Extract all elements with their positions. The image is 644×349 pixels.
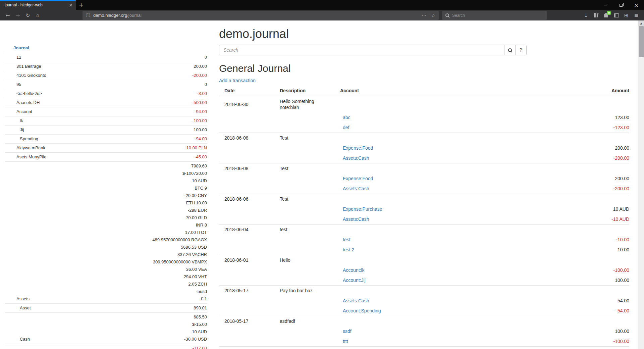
browser-toolbar: ← → ↻ ⌂ ⓘ demo.hledger.org /journal ⋯ ☆ … (0, 10, 644, 20)
sidebar-account-link[interactable]: Aaasets:DH (16, 99, 40, 106)
new-tab-button[interactable]: + (76, 0, 87, 10)
sidebar-account-row[interactable]: -94.00 Account (5, 107, 207, 116)
scrollbar-thumb[interactable] (639, 26, 644, 57)
transaction-row[interactable]: 2018-06-04 test (219, 225, 629, 235)
transaction-row[interactable]: 2018-05-17 asdfadf (219, 316, 629, 327)
transaction-description: asdfadf (274, 316, 335, 327)
forward-button[interactable]: → (13, 11, 23, 20)
search-button[interactable] (504, 45, 516, 55)
menu-button[interactable]: ≡ (631, 11, 641, 20)
transaction-description: test (274, 225, 335, 235)
posting-account-link[interactable]: def (343, 125, 349, 130)
sidebar-account-row[interactable]: -200.00 4101 Girokonto (5, 71, 207, 80)
posting-account-link[interactable]: Assets:Cash (343, 216, 369, 222)
posting-account-link[interactable]: test 2 (343, 247, 354, 252)
sidebar-account-row[interactable]: -94.00 Spending (5, 134, 207, 143)
sidebar-account-link[interactable]: Asets:MunyPile (16, 153, 47, 161)
posting-amount: -123.00 (555, 122, 629, 133)
transaction-row[interactable]: 2018-06-08 Test (219, 163, 629, 174)
sidebar-account-link[interactable]: Assets (16, 295, 30, 303)
posting-account-link[interactable]: Assets:Cash (343, 155, 369, 161)
section-title: General Journal (219, 63, 629, 74)
posting-account-link[interactable]: Account:Jij (343, 278, 366, 283)
library-button[interactable] (591, 11, 601, 20)
account-balances: 7989.60$-100720.00-10 AUDBTC 9-20.00 CNY… (5, 162, 207, 303)
posting-account-link[interactable]: Expense:Food (343, 176, 373, 181)
sidebar-account-row[interactable]: 0 95 (5, 80, 207, 89)
sidebar-account-link[interactable]: <u>hello</u> (16, 90, 42, 97)
page-viewport: Journal 0 12 200.00 301 Beiträge -200.00… (0, 20, 644, 349)
sidebar-account-row[interactable]: 0 12 (5, 53, 207, 62)
sidebar-account-link[interactable]: Cash (20, 336, 30, 343)
transaction-description: Hello Something note:blah (274, 96, 335, 112)
sidebar-account-row[interactable]: -500.00 Aaasets:DH (5, 98, 207, 107)
active-tab-accent (0, 0, 76, 1)
transaction-row[interactable]: 2018-05-17 Test (219, 347, 629, 349)
page-actions-icon[interactable]: ⋯ (422, 13, 426, 18)
posting-account-link[interactable]: test (343, 237, 351, 242)
posting-account-link[interactable]: Account:lk (343, 267, 365, 273)
sidebar-account-row[interactable]: -10.00 PLN Aktywa:mBank (5, 143, 207, 152)
sidebar-account-link[interactable]: Spending (20, 135, 38, 143)
posting-account-link[interactable]: tttt (343, 339, 348, 344)
page-scrollbar[interactable]: ▲ (638, 20, 644, 349)
posting-account-link[interactable]: Account:Spending (343, 308, 381, 313)
sidebar-account-row[interactable]: 200.00 301 Beiträge (5, 62, 207, 71)
sidebar-account-row[interactable]: 685.50$-15.00-10 AUD-30.00 USD Cash (5, 312, 207, 344)
url-bar[interactable]: ⓘ demo.hledger.org /journal ⋯ ☆ (83, 11, 439, 20)
window-restore-button[interactable] (613, 0, 629, 10)
posting-amount: 100.00 (555, 326, 629, 336)
sidebar-account-row[interactable]: 7989.60$-100720.00-10 AUDBTC 9-20.00 CNY… (5, 161, 207, 303)
add-transaction-link[interactable]: Add a transaction (219, 78, 256, 84)
sidebar-account-link[interactable]: 12 (16, 54, 21, 61)
sidebar-account-row[interactable]: -45.00 Asets:MunyPile (5, 152, 207, 161)
site-info-icon[interactable]: ⓘ (86, 12, 90, 18)
home-button[interactable]: ⌂ (33, 11, 43, 20)
browser-titlebar: journal - hledger-web × + × (0, 0, 644, 10)
browser-search-bar[interactable]: Search (442, 11, 547, 20)
sidebar-account-link[interactable]: Account (16, 108, 32, 115)
scrollbar-up-arrow[interactable]: ▲ (638, 20, 644, 26)
grid-button[interactable]: ⊞ (621, 11, 631, 20)
posting-amount: 10.00 (555, 245, 629, 255)
posting-account-link[interactable]: abc (343, 115, 351, 120)
downloads-button[interactable]: ↓ (581, 11, 591, 20)
posting-account-link[interactable]: Assets:Cash (343, 186, 369, 191)
transaction-row[interactable]: 2018-06-01 Hello (219, 255, 629, 265)
journal-link[interactable]: Journal (13, 45, 29, 50)
extension-button[interactable]: 0 (601, 11, 611, 20)
sidebar-account-link[interactable]: 301 Beiträge (16, 63, 41, 70)
transaction-row[interactable]: 2018-06-06 Test (219, 194, 629, 204)
search-help-button[interactable]: ? (515, 45, 527, 55)
sidebar-account-row[interactable]: -100.00 lk (5, 116, 207, 125)
bookmark-star-icon[interactable]: ☆ (431, 13, 435, 18)
sidebar-account-row[interactable]: 100.00 Jij (5, 125, 207, 134)
sidebar-account-row[interactable]: -3.00 <u>hello</u> (5, 89, 207, 98)
window-minimize-button[interactable] (598, 0, 613, 10)
sidebar-account-link[interactable]: 4101 Girokonto (16, 72, 46, 79)
sidebar-account-link[interactable]: Aktywa:mBank (16, 144, 45, 152)
posting-account-link[interactable]: Expense:Food (343, 145, 373, 151)
transaction-row[interactable]: 2018-05-17 Pay foo bar baz (219, 286, 629, 296)
sidebar-heading: Journal (5, 45, 207, 53)
posting-account-link[interactable]: Assets:Cash (343, 298, 369, 303)
posting-account-link[interactable]: Expense:Purchase (343, 206, 382, 212)
back-button[interactable]: ← (3, 11, 13, 20)
sidebar-account-row[interactable]: 890.01 Asset (5, 303, 207, 312)
sidebar-account-link[interactable]: Asset (20, 304, 31, 312)
sidebar-toggle-button[interactable] (611, 11, 621, 20)
tab-close-icon[interactable]: × (68, 2, 74, 8)
transaction-description: Test (274, 133, 335, 143)
posting-row: Assets:Cash -200.00 (219, 184, 629, 194)
search-input[interactable] (219, 45, 504, 55)
posting-account-link[interactable]: ssdf (343, 329, 352, 334)
sidebar-account-row[interactable]: -117.00 (5, 344, 207, 349)
reload-button[interactable]: ↻ (23, 11, 33, 20)
transaction-row[interactable]: 2018-06-30 Hello Something note:blah (219, 96, 629, 112)
sidebar-account-link[interactable]: lk (20, 117, 23, 124)
window-close-button[interactable]: × (629, 0, 644, 10)
browser-tab[interactable]: journal - hledger-web × (0, 0, 76, 10)
sidebar-account-link[interactable]: Jij (20, 126, 24, 134)
transaction-row[interactable]: 2018-06-08 Test (219, 133, 629, 143)
sidebar-account-link[interactable]: 95 (16, 81, 21, 88)
